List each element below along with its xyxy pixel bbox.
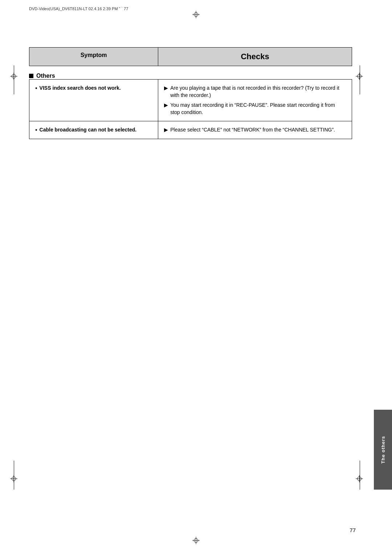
section-heading-others: Others [29, 73, 352, 79]
symptom-item-1: • VISS index search does not work. [35, 85, 152, 92]
bullet-2: • [35, 127, 37, 133]
content-area: Symptom Checks Others • VISS index searc… [29, 47, 352, 139]
sidebar-tab: The others [374, 410, 392, 490]
table-row: • Cable broadcasting can not be selected… [29, 121, 352, 139]
crosshair-bottom [192, 537, 200, 544]
table-row: • VISS index search does not work. ▶ Are… [29, 79, 352, 121]
checks-cell-2: ▶ Please select “CABLE” not “NETWORK” fr… [158, 121, 352, 139]
check-text-1-1: Are you playing a tape that is not recor… [170, 85, 346, 99]
symptom-cell-1: • VISS index search does not work. [29, 80, 158, 121]
checks-cell-1: ▶ Are you playing a tape that is not rec… [158, 80, 352, 121]
check-arrow-2-1: ▶ [164, 127, 168, 133]
page-number: 77 [350, 527, 356, 533]
symptom-text-2: Cable broadcasting can not be selected. [40, 126, 137, 134]
check-item-1-2: ▶ You may start recording it in “REC-PAU… [164, 102, 346, 116]
section-heading-square [29, 74, 33, 78]
section-heading-label: Others [36, 73, 55, 79]
symptom-item-2: • Cable broadcasting can not be selected… [35, 126, 152, 134]
crosshair-top [192, 11, 200, 18]
check-text-1-2: You may start recording it in “REC-PAUSE… [170, 102, 346, 116]
symptom-cell-2: • Cable broadcasting can not be selected… [29, 121, 158, 139]
check-item-1-1: ▶ Are you playing a tape that is not rec… [164, 85, 346, 99]
side-line-right-bottom [360, 461, 360, 490]
crosshair-left-top [10, 73, 17, 80]
top-metadata: DVD-Video(USA)_DV6T811N-LT 02.4.16 2:39 … [29, 7, 128, 11]
crosshair-right-bottom [356, 475, 363, 482]
check-item-2-1: ▶ Please select “CABLE” not “NETWORK” fr… [164, 126, 346, 134]
check-arrow-1-2: ▶ [164, 102, 168, 108]
check-arrow-1-1: ▶ [164, 85, 168, 91]
content-table: • VISS index search does not work. ▶ Are… [29, 79, 352, 139]
table-header-symptom: Symptom [29, 48, 158, 66]
side-line-left-top [14, 65, 14, 94]
side-line-right-top [360, 65, 360, 94]
table-header-row: Symptom Checks [29, 47, 352, 66]
sidebar-tab-label: The others [380, 436, 386, 463]
symptom-text-1: VISS index search does not work. [40, 85, 121, 92]
crosshair-right-top [356, 73, 363, 80]
crosshair-left-bottom [10, 475, 17, 482]
bullet-1: • [35, 85, 37, 92]
table-header-checks: Checks [158, 48, 352, 66]
check-text-2-1: Please select “CABLE” not “NETWORK” from… [170, 126, 335, 134]
